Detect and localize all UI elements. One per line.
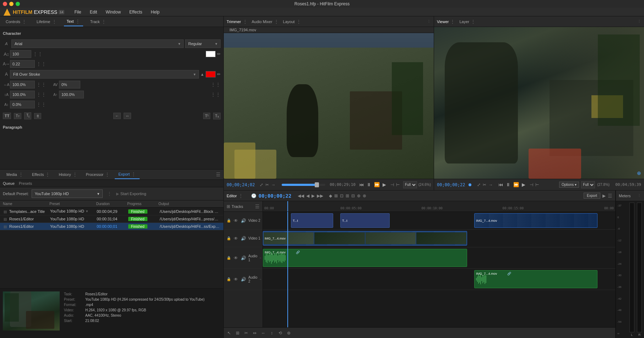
lifetime-menu-icon[interactable]: ⋮ [52,19,57,25]
tab-effects[interactable]: Effects ⋮ [28,170,54,179]
fill-eyedropper-icon[interactable]: ✏ [217,72,221,77]
tool-5[interactable]: ↔ [259,329,267,337]
clip-video1-main[interactable]: IMG_7...4.mov 🔗 [263,231,467,246]
font-name-dropdown[interactable]: Arial ▾ [11,39,184,48]
track-mute-audio2[interactable]: 🔊 [240,276,247,283]
kern-input[interactable] [59,81,80,88]
export-menu-icon[interactable]: ⋮ [131,171,136,177]
trim-mark-in[interactable]: ⊣ [390,182,395,188]
clip-title-1[interactable]: T...t [291,213,333,228]
history-menu-icon[interactable]: ⋮ [72,172,77,177]
editor-menu-icon[interactable]: ⋮ [238,193,243,199]
tab-history[interactable]: History ⋮ [55,170,81,179]
bottom-panel-menu[interactable]: ☰ [216,172,221,177]
tab-track[interactable]: Track ⋮ [87,17,109,26]
editor-prev-key[interactable]: ◀◀ [297,193,305,199]
viewer-tool-1[interactable]: ⤢ [476,182,481,188]
maximize-button[interactable] [16,2,20,6]
tracking-input[interactable] [10,101,35,108]
letter-spacing-input[interactable] [10,60,35,68]
export-row-1[interactable]: ▤ Templates...ace Title YouTube 1080p HD… [0,208,223,215]
tool-slip[interactable]: ⇔ [251,329,259,337]
tool-pointer[interactable]: ↖ [225,329,233,337]
trimmer-tool-3[interactable]: → [270,182,276,188]
start-exporting-button[interactable]: ▶ Start Exporting [116,192,146,196]
small-caps-button[interactable]: TT [14,113,21,119]
editor-next-frame[interactable]: ▶ [311,193,315,199]
editor-timecode-icon[interactable]: 🕐 [250,193,257,199]
text-menu-icon[interactable]: ⋮ [75,18,80,24]
scale-v-input[interactable] [10,91,35,98]
viewer-options-button[interactable]: Options ▾ [559,182,579,188]
global-playhead[interactable] [287,212,288,327]
tool-transform[interactable]: ⊞ [234,329,242,337]
viewer-skip-start[interactable]: ⏮ [498,181,504,188]
trimmer-timebar[interactable] [282,184,325,186]
trimmer-quality-select[interactable]: Full [403,181,417,188]
tab-processor[interactable]: Processor ⋮ [82,170,114,179]
editor-panel-menu[interactable]: ☰ [608,193,612,199]
tool-6[interactable]: ↕ [268,329,276,337]
processor-menu-icon[interactable]: ⋮ [105,172,110,177]
audio-mixer-menu-icon[interactable]: ⋮ [274,19,279,25]
clip-video2-main[interactable]: IMG_7...4.mov 🔗 [474,213,597,228]
tab-text[interactable]: Text ⋮ [64,17,83,26]
track-lock-video1[interactable]: 🔒 [226,236,232,241]
media-menu-icon[interactable]: ⋮ [18,172,23,177]
subscript-button[interactable]: T₁ [213,113,221,119]
layer-menu-icon[interactable]: ⋮ [471,19,476,25]
viewer-tool-3[interactable]: → [488,182,493,188]
queue-tab[interactable]: Queue [3,181,15,186]
menu-edit[interactable]: Edit [88,9,99,15]
trim-play-pause-btn[interactable]: ⏸ [366,181,372,188]
editor-action2[interactable]: ⊡ [339,193,344,199]
fill-color-swatch[interactable] [206,71,216,77]
export-row-2[interactable]: ▤ Roses1/Editor YouTube 1080p HD 00:00:3… [0,215,223,223]
trim-step-forward[interactable]: ⏩ [373,181,380,188]
eyedropper-icon[interactable]: ✏ [217,52,221,57]
editor-action4[interactable]: ⊟ [351,193,356,199]
viewer-play-pause[interactable]: ⏸ [505,181,511,188]
track-audio-video1[interactable]: 🔊 [240,235,247,242]
subscript-text-button[interactable]: Tt [24,112,31,119]
editor-tab[interactable]: Editor ⋮ [227,193,243,199]
editor-action5[interactable]: ⊕ [356,193,361,199]
align-left-button[interactable]: ← [113,113,121,119]
preset-select[interactable]: YouTube 1080p HD ▾ [32,189,103,198]
menu-window[interactable]: Window [104,9,122,15]
viewer-play-btn[interactable]: ▶ [521,181,526,188]
presets-tab[interactable]: Presets [19,181,32,186]
track-eye-video2[interactable]: 👁 [233,218,239,224]
track-eye-audio1[interactable]: 👁 [233,255,239,261]
track-lock-audio1[interactable]: 🔒 [226,255,232,261]
track-audio-video2[interactable]: 🔊 [240,218,247,224]
tool-slice[interactable]: ✂ [242,329,250,337]
meters-menu-icon[interactable]: ⋮ [637,193,641,198]
layout-menu-icon[interactable]: ⋮ [296,19,301,25]
bold-button[interactable]: TT [3,113,11,119]
trimmer-tab[interactable]: Trimmer ⋮ [227,19,248,25]
clip-title-2[interactable]: T...t [340,213,390,228]
trimmer-tool-1[interactable]: ⤢ [259,182,264,188]
menu-effects[interactable]: Effects [128,9,144,15]
viewer-quality-select[interactable]: Full [581,181,595,188]
fill-type-dropdown[interactable]: Fill Over Stroke ▾ [10,70,199,79]
trimmer-menu-icon[interactable]: ⋮ [243,19,248,25]
track-eye-video1[interactable]: 👁 [233,235,239,242]
editor-split[interactable]: ⊠ [334,193,339,199]
font-size-input[interactable] [10,50,31,58]
trimmer-tool-2[interactable]: ✂ [265,182,270,188]
trim-skip-start[interactable]: ⏮ [358,181,364,188]
window-controls[interactable] [3,2,20,6]
track-menu-icon[interactable]: ⋮ [101,19,106,25]
text-color-swatch[interactable] [206,51,216,57]
tab-lifetime[interactable]: Lifetime ⋮ [34,17,60,26]
effects-menu-icon[interactable]: ⋮ [45,172,50,177]
track-eye-audio2[interactable]: 👁 [233,276,239,283]
editor-action6[interactable]: ⊗ [362,193,367,199]
track-lock-audio2[interactable]: 🔒 [226,277,232,282]
lowercase-button[interactable]: tt [34,113,41,119]
baseline-input[interactable] [59,91,84,98]
trim-play-btn[interactable]: ▶ [382,181,387,188]
editor-export-options[interactable]: ▶ [602,193,606,199]
